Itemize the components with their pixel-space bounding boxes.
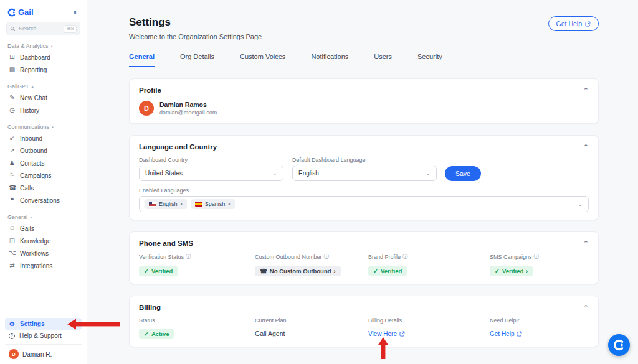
sidebar-item-integrations[interactable]: ⇄Integrations [7, 259, 79, 272]
tab-users[interactable]: Users [374, 53, 392, 67]
dashboard-country-select[interactable]: United States ⌄ [139, 166, 283, 181]
info-icon[interactable]: ⓘ [402, 253, 408, 261]
gear-icon: ⚙ [9, 321, 16, 327]
section-caret-icon: ▴ [52, 124, 54, 129]
sidebar-item-new-chat[interactable]: ✎New Chat [7, 91, 79, 104]
sidebar-item-workflows[interactable]: ⌥Workflows [7, 247, 79, 259]
chevron-right-icon: › [334, 268, 336, 274]
sidebar-item-dashboard[interactable]: ⊞Dashboard [7, 51, 79, 63]
page-subtitle: Welcome to the Organization Settings Pag… [129, 33, 262, 40]
remove-tag-icon[interactable]: × [180, 201, 183, 207]
collapse-chevron-icon[interactable]: ⌃ [583, 240, 589, 247]
profile-card: Profile ⌃ D Damian Ramos damian@meetgail… [129, 78, 599, 124]
sidebar-item-contacts[interactable]: ♟Contacts [7, 157, 79, 169]
settings-page: Settings Welcome to the Organization Set… [87, 0, 638, 364]
get-help-link[interactable]: Get Help [490, 330, 522, 337]
section-header-gailgpt[interactable]: GailGPT▴ [7, 83, 79, 90]
chat-widget-button[interactable] [608, 334, 630, 356]
card-title: Language and Country [139, 143, 217, 151]
field-sms-campaigns: SMS Campaignsⓘ ✓Verified› [490, 253, 589, 276]
sidebar-item-campaigns[interactable]: ⚐Campaigns [7, 169, 79, 182]
user-name: Damian R. [22, 351, 52, 358]
es-flag-icon [195, 202, 202, 207]
sidebar-collapse-icon[interactable]: ⇤ [74, 8, 79, 16]
section-header-communications[interactable]: Communications▴ [7, 124, 79, 130]
outbound-icon: ↗ [9, 147, 16, 154]
campaigns-icon: ⚐ [9, 172, 16, 179]
view-here-link[interactable]: View Here [368, 330, 405, 337]
chevron-down-icon: ⌄ [426, 170, 431, 176]
card-title: Billing [139, 304, 161, 311]
sidebar-item-conversations[interactable]: ❝Conversations [7, 194, 79, 207]
profile-name: Damian Ramos [160, 101, 217, 108]
annotation-arrow-view-here [376, 337, 390, 360]
tab-custom-voices[interactable]: Custom Voices [240, 53, 285, 67]
field-label: Dashboard Country [139, 157, 283, 163]
sidebar-item-reporting[interactable]: ▤Reporting [7, 63, 79, 76]
gails-icon: ☺ [9, 225, 16, 231]
collapse-chevron-icon[interactable]: ⌃ [583, 304, 589, 311]
brand-profile-badge: ✓Verified [368, 266, 407, 276]
field-status: Status ✓Active [139, 317, 255, 339]
remove-tag-icon[interactable]: × [227, 201, 231, 207]
get-help-button[interactable]: Get Help [548, 16, 599, 31]
info-icon[interactable]: ⓘ [534, 253, 540, 261]
us-flag-icon [149, 202, 156, 207]
sidebar-item-knowledge[interactable]: ◫Knowledge [7, 235, 79, 247]
tab-notifications[interactable]: Notifications [311, 53, 348, 67]
check-icon: ✓ [495, 268, 500, 274]
sidebar-item-settings[interactable]: ⚙Settings [5, 318, 82, 330]
workflows-icon: ⌥ [9, 250, 16, 256]
section-header-data-analytics[interactable]: Data & Analytics▴ [7, 43, 79, 49]
verification-status-badge: ✓Verified [139, 266, 178, 276]
app-logo[interactable]: Gail [7, 7, 34, 17]
billing-status-badge: ✓Active [139, 329, 174, 339]
inbound-icon: ↙ [9, 135, 16, 141]
chevron-down-icon: ⌄ [272, 170, 277, 176]
enabled-languages-multiselect[interactable]: English × Spanish × ⌄ [139, 196, 589, 212]
gail-chat-icon [613, 339, 625, 351]
tab-general[interactable]: General [129, 53, 155, 67]
section-gailgpt: GailGPT▴ ✎New Chat ◷History [7, 83, 79, 116]
external-link-icon [399, 331, 405, 337]
language-tag-spanish[interactable]: Spanish × [191, 199, 235, 209]
field-brand-profile: Brand Profileⓘ ✓Verified [368, 253, 490, 276]
info-icon[interactable]: ⓘ [324, 253, 330, 261]
tab-org-details[interactable]: Org Details [180, 53, 214, 67]
contacts-icon: ♟ [9, 160, 16, 166]
section-general: General▴ ☺Gails ◫Knowledge ⌥Workflows ⇄I… [7, 214, 79, 272]
new-chat-icon: ✎ [9, 95, 16, 101]
collapse-chevron-icon[interactable]: ⌃ [583, 144, 589, 151]
knowledge-icon: ◫ [9, 238, 16, 244]
sidebar-item-inbound[interactable]: ↙Inbound [7, 132, 79, 144]
section-data-analytics: Data & Analytics▴ ⊞Dashboard ▤Reporting [7, 43, 79, 76]
sidebar-item-history[interactable]: ◷History [7, 104, 79, 116]
sidebar-item-calls[interactable]: ☎Calls [7, 182, 79, 194]
sms-campaigns-badge[interactable]: ✓Verified› [490, 266, 533, 276]
search-input[interactable]: Search... ⌘K [6, 22, 80, 35]
section-header-general[interactable]: General▴ [7, 214, 79, 220]
tab-security[interactable]: Security [417, 53, 442, 67]
app-window: Gail ⇤ Search... ⌘K Data & Analytics▴ ⊞D… [0, 0, 638, 364]
info-icon[interactable]: ⓘ [186, 253, 191, 261]
language-tag-english[interactable]: English × [145, 199, 187, 209]
sidebar-nav: Data & Analytics▴ ⊞Dashboard ▤Reporting … [0, 37, 87, 318]
sidebar-item-outbound[interactable]: ↗Outbound [7, 144, 79, 157]
help-icon: ? [9, 333, 15, 339]
phone-sms-card: Phone and SMS ⌃ Verification Statusⓘ ✓Ve… [129, 231, 599, 284]
sidebar-item-gails[interactable]: ☺Gails [7, 222, 79, 235]
field-need-help: Need Help? Get Help [490, 317, 589, 339]
collapse-chevron-icon[interactable]: ⌃ [583, 87, 589, 94]
external-link-icon [585, 21, 591, 27]
field-label: Enabled Languages [139, 187, 589, 194]
field-current-plan: Current Plan Gail Agent [255, 317, 368, 339]
reporting-icon: ▤ [9, 67, 16, 73]
history-icon: ◷ [9, 107, 16, 113]
custom-outbound-badge[interactable]: ☎No Custom Outbound› [255, 266, 341, 276]
sidebar-item-help-support[interactable]: ?Help & Support [5, 330, 82, 342]
section-caret-icon: ▴ [30, 215, 32, 220]
search-placeholder: Search... [19, 26, 60, 32]
sidebar-user-menu[interactable]: D Damian R. [5, 344, 82, 360]
save-button[interactable]: Save [445, 166, 481, 181]
default-language-select[interactable]: English ⌄ [292, 166, 437, 181]
